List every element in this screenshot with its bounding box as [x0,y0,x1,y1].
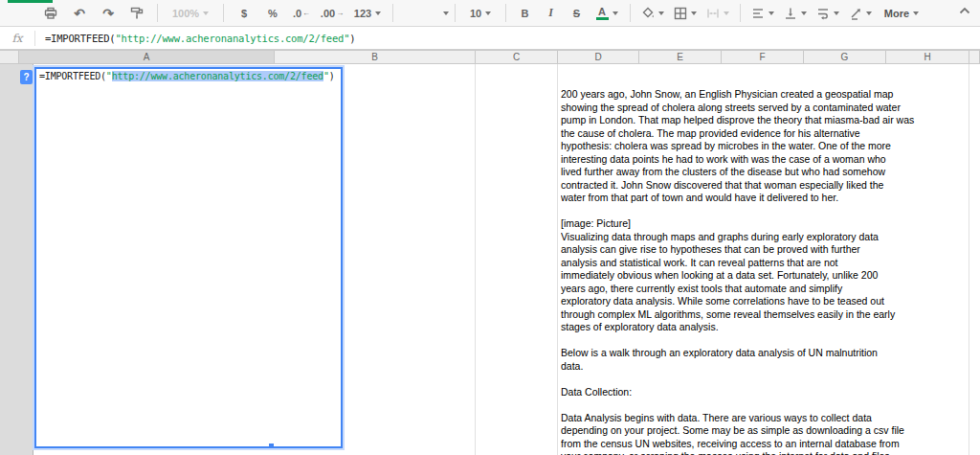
borders-button[interactable] [669,2,702,25]
column-header-g[interactable]: G [804,50,886,64]
paint-format-icon [130,7,144,20]
strikethrough-icon: S [573,8,580,19]
chevron-up-icon [959,7,970,14]
zoom-value: 100% [172,8,199,19]
font-family-select[interactable] [399,2,449,25]
formula-help-badge[interactable]: ? [20,70,33,84]
vertical-align-button[interactable] [779,2,812,25]
increase-decimals-button[interactable]: .00 → [316,2,348,25]
horizontal-align-icon [751,7,765,20]
column-header-d[interactable]: D [558,50,639,64]
toolbar-separator [157,4,158,22]
format-currency-button[interactable]: $ [230,2,258,25]
decrease-decimals-icon: .0 [293,8,301,19]
font-size-select[interactable]: 10 [461,2,500,25]
undo-icon: ↶ [74,6,85,21]
editor-suffix: ) [329,71,335,81]
increase-decimals-icon: .00 [321,8,335,19]
chevron-down-icon [913,11,919,15]
undo-button[interactable]: ↶ [65,2,94,25]
toolbar-separator [392,4,393,22]
column-header-c[interactable]: C [476,50,558,64]
collapse-toolbar-button[interactable] [959,7,970,14]
text-rotation-icon [849,7,862,20]
editor-selected-url: http://www.acheronanalytics.com/2/feed [112,71,323,81]
chevron-down-icon [768,11,774,15]
column-header-b[interactable]: B [275,50,476,64]
formula-input[interactable]: =IMPORTFEED("http://www.acheronanalytics… [35,33,980,44]
chevron-down-icon [375,11,381,15]
text-color-icon: A [596,7,609,20]
toolbar-separator [455,4,456,22]
strikethrough-button[interactable]: S [564,2,590,25]
borders-icon [674,7,687,20]
fx-label: fx [0,32,34,45]
text-rotation-button[interactable] [844,2,877,25]
toolbar-separator [223,4,224,22]
chevron-down-icon [485,11,491,15]
merge-cells-icon [706,7,720,20]
grid-body: 200 years ago, John Snow, an English Phy… [0,64,980,455]
cell-d1-text[interactable]: 200 years ago, John Snow, an English Phy… [561,88,936,455]
redo-button[interactable]: ↷ [94,2,122,25]
column-header-a[interactable]: A [19,50,275,64]
formula-url: http://www.acheronanalytics.com/2/feed [122,33,345,44]
vertical-align-icon [784,7,797,20]
italic-button[interactable]: I [538,2,564,25]
column-header-e[interactable]: E [639,50,722,64]
editor-prefix: =IMPORTFEED( [39,71,106,81]
chevron-down-icon [658,11,664,15]
gridline-c-d [557,64,558,455]
italic-icon: I [548,6,553,20]
merge-cells-button[interactable] [702,2,734,25]
chevron-down-icon [866,11,872,15]
decrease-decimals-button[interactable]: .0 ← [287,2,316,25]
formula-bar: fx =IMPORTFEED("http://www.acheronanalyt… [0,27,980,50]
chevron-down-icon [612,11,618,15]
bold-button[interactable]: B [512,2,538,25]
toolbar: ↶ ↷ 100% $ % .0 ← .00 → [0,0,980,27]
text-color-swatch [596,17,609,20]
fill-handle[interactable] [269,444,274,448]
zoom-select[interactable]: 100% [164,2,217,25]
formula-suffix: ) [349,33,355,44]
chevron-down-icon [834,11,839,15]
chevron-down-icon [443,11,449,15]
currency-icon: $ [241,8,247,19]
column-header-f[interactable]: F [722,50,804,64]
right-arrow-icon: → [336,9,344,17]
select-all-corner[interactable] [0,50,19,64]
print-button[interactable] [36,2,65,25]
more-label: More [884,8,909,19]
more-button[interactable]: More [877,2,926,25]
text-wrap-icon [816,7,830,20]
number-format-menu[interactable]: 123 [348,2,387,25]
left-arrow-icon: ← [302,9,310,17]
cell-a1-editor[interactable]: =IMPORTFEED("http://www.acheronanalytics… [34,67,343,448]
row-header-1[interactable] [0,64,33,455]
paint-format-button[interactable] [122,2,151,25]
gridline-b-c [475,64,476,455]
fill-color-icon [641,7,655,20]
text-wrap-button[interactable] [812,2,844,25]
editor-quote-open: " [106,71,112,81]
percent-icon: % [268,8,278,19]
text-color-button[interactable]: A [590,2,624,25]
formula-prefix: =IMPORTFEED( [45,33,115,44]
spreadsheet-app: ↶ ↷ 100% $ % .0 ← .00 → [0,0,980,455]
print-icon [44,7,57,20]
number-format-icon: 123 [354,8,371,19]
chevron-down-icon [203,11,209,15]
column-header-h[interactable]: H [886,50,969,64]
format-percent-button[interactable]: % [258,2,287,25]
column-header-i-partial[interactable] [969,50,980,64]
toolbar-separator [630,4,631,22]
chevron-down-icon [691,11,697,15]
column-header-row: A B C D E F G H [0,50,980,64]
cell-editor-formula: =IMPORTFEED("http://www.acheronanalytics… [36,69,341,83]
chevron-down-icon [801,11,807,15]
fill-color-button[interactable] [636,2,669,25]
gridline-h-i [969,64,969,455]
horizontal-align-button[interactable] [746,2,779,25]
bold-icon: B [522,8,529,19]
